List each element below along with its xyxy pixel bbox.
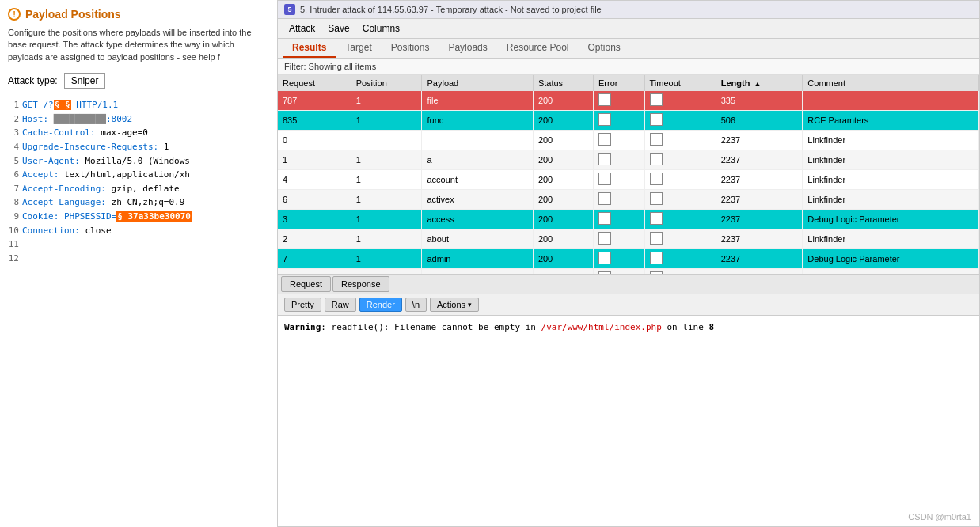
table-cell: 7 bbox=[278, 249, 351, 269]
table-cell: 1 bbox=[351, 170, 422, 190]
table-cell: 2237 bbox=[716, 249, 803, 269]
table-cell: Debug Logic Parameter bbox=[803, 249, 979, 269]
table-cell: func bbox=[422, 111, 533, 131]
col-comment[interactable]: Comment bbox=[803, 75, 979, 91]
bottom-tabs: Request Response bbox=[278, 274, 979, 294]
table-cell: 2237 bbox=[716, 150, 803, 170]
attack-type-value: Sniper bbox=[64, 73, 106, 89]
col-position[interactable]: Position bbox=[351, 75, 422, 91]
tab-target[interactable]: Target bbox=[336, 39, 381, 58]
table-cell bbox=[594, 131, 645, 150]
panel-icon: 5 bbox=[284, 4, 295, 15]
table-cell: Debug Logic Parameter bbox=[803, 210, 979, 229]
table-cell: 200 bbox=[533, 111, 593, 131]
col-request[interactable]: Request bbox=[278, 75, 351, 91]
table-cell: file bbox=[422, 91, 533, 111]
tab-resource-pool[interactable]: Resource Pool bbox=[497, 39, 579, 58]
table-cell bbox=[644, 229, 716, 249]
col-status[interactable]: Status bbox=[533, 75, 593, 91]
table-cell bbox=[644, 190, 716, 210]
response-warning: Warning: readfile(): Filename cannot be … bbox=[284, 322, 714, 332]
table-cell bbox=[644, 210, 716, 229]
table-cell: 2 bbox=[278, 229, 351, 249]
table-cell bbox=[594, 210, 645, 229]
table-cell bbox=[644, 131, 716, 150]
table-cell: 6 bbox=[278, 190, 351, 210]
table-cell: 1 bbox=[351, 150, 422, 170]
menu-attack[interactable]: Attack bbox=[283, 21, 321, 36]
table-cell: 2237 bbox=[716, 210, 803, 229]
col-error[interactable]: Error bbox=[594, 75, 645, 91]
description: Configure the positions where payloads w… bbox=[8, 27, 269, 63]
table-cell bbox=[351, 131, 422, 150]
table-cell: 200 bbox=[533, 150, 593, 170]
table-cell: 1 bbox=[351, 229, 422, 249]
table-cell bbox=[594, 249, 645, 269]
attack-type-label: Attack type: bbox=[8, 75, 58, 86]
menu-save[interactable]: Save bbox=[321, 21, 355, 36]
right-panel: 5 5. Intruder attack of 114.55.63.97 - T… bbox=[277, 0, 980, 527]
table-cell bbox=[644, 91, 716, 111]
table-cell bbox=[644, 150, 716, 170]
table-cell: 2237 bbox=[716, 229, 803, 249]
table-cell: 2237 bbox=[716, 131, 803, 150]
format-raw[interactable]: Raw bbox=[325, 298, 356, 312]
format-pretty[interactable]: Pretty bbox=[284, 298, 321, 312]
request-editor: 1GET /?§ § HTTP/1.1 2Host: ██████████:80… bbox=[8, 98, 269, 265]
format-render[interactable]: Render bbox=[359, 298, 402, 312]
col-payload[interactable]: Payload bbox=[422, 75, 533, 91]
bottom-tab-response[interactable]: Response bbox=[332, 276, 389, 292]
panel-title-text: 5. Intruder attack of 114.55.63.97 - Tem… bbox=[300, 5, 602, 14]
table-cell: 1 bbox=[351, 210, 422, 229]
col-timeout[interactable]: Timeout bbox=[644, 75, 716, 91]
table-cell: 200 bbox=[533, 91, 593, 111]
table-cell: 835 bbox=[278, 111, 351, 131]
table-cell bbox=[422, 131, 533, 150]
results-table: Request Position Payload Status Error Ti… bbox=[278, 75, 979, 274]
table-cell bbox=[594, 111, 645, 131]
table-cell: 200 bbox=[533, 210, 593, 229]
table-cell: access bbox=[422, 210, 533, 229]
col-length[interactable]: Length ▲ bbox=[716, 75, 803, 91]
tab-results[interactable]: Results bbox=[283, 39, 336, 58]
table-cell: Linkfinder bbox=[803, 229, 979, 249]
table-cell: 200 bbox=[533, 190, 593, 210]
table-cell: activex bbox=[422, 190, 533, 210]
tab-positions[interactable]: Positions bbox=[382, 39, 439, 58]
response-area: Warning: readfile(): Filename cannot be … bbox=[278, 316, 979, 527]
table-cell: account bbox=[422, 170, 533, 190]
tab-payloads[interactable]: Payloads bbox=[439, 39, 496, 58]
tab-options[interactable]: Options bbox=[579, 39, 630, 58]
bottom-tab-request[interactable]: Request bbox=[281, 276, 331, 292]
table-cell: 200 bbox=[533, 170, 593, 190]
table-cell: 1 bbox=[351, 111, 422, 131]
table-cell bbox=[594, 229, 645, 249]
table-cell: 3 bbox=[278, 210, 351, 229]
table-cell bbox=[644, 170, 716, 190]
table-cell: a bbox=[422, 150, 533, 170]
format-newline[interactable]: \n bbox=[405, 298, 427, 312]
table-cell: 2237 bbox=[716, 170, 803, 190]
table-cell: admin bbox=[422, 249, 533, 269]
table-cell: Linkfinder bbox=[803, 150, 979, 170]
watermark: CSDN @m0rta1 bbox=[908, 512, 971, 521]
menu-bar: Attack Save Columns bbox=[278, 19, 979, 39]
table-cell: about bbox=[422, 229, 533, 249]
warning-icon: ! bbox=[8, 8, 21, 21]
table-cell: 1 bbox=[351, 249, 422, 269]
table-cell: 0 bbox=[278, 131, 351, 150]
format-bar: Pretty Raw Render \n Actions ▾ bbox=[278, 294, 979, 316]
actions-button[interactable]: Actions ▾ bbox=[430, 298, 479, 312]
chevron-down-icon: ▾ bbox=[468, 301, 472, 309]
table-cell: 200 bbox=[533, 229, 593, 249]
panel-title-bar: 5 5. Intruder attack of 114.55.63.97 - T… bbox=[278, 1, 979, 19]
table-cell: 4 bbox=[278, 170, 351, 190]
table-cell bbox=[594, 91, 645, 111]
table-cell: Linkfinder bbox=[803, 131, 979, 150]
menu-columns[interactable]: Columns bbox=[356, 21, 406, 36]
table-cell: 200 bbox=[533, 131, 593, 150]
attack-type-row: Attack type: Sniper bbox=[8, 73, 269, 89]
results-table-container: Request Position Payload Status Error Ti… bbox=[278, 75, 979, 274]
page-title: Payload Positions bbox=[25, 8, 121, 21]
table-cell bbox=[594, 170, 645, 190]
